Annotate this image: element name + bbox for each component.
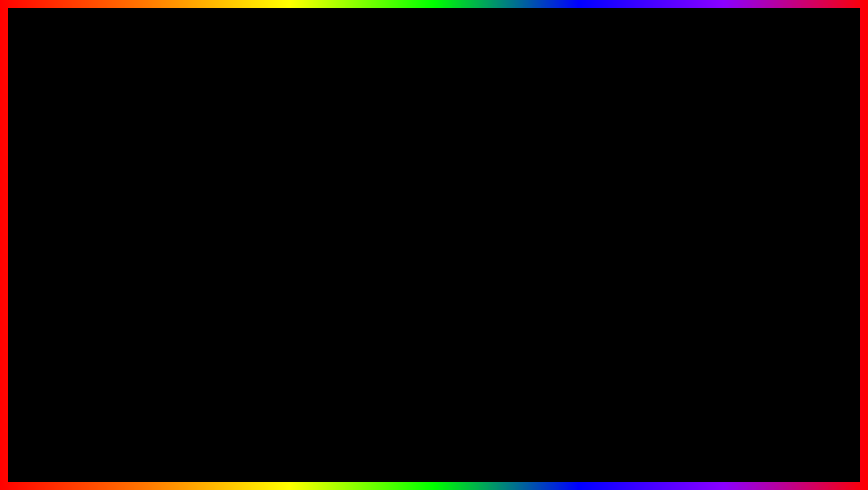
panel-inner: Sonic Speed Sim ▼ PRIME EVENT ▼ Scraps F… xyxy=(79,187,193,245)
bottom-all: ALL xyxy=(336,428,425,477)
panel-outer-scraps-checkbox[interactable] xyxy=(150,164,157,170)
panel-outer-row1: Scraps Farm xyxy=(68,162,157,171)
xp-bar: ★ 245 LEVEL 4,380,906,999 / 7B+ XP (58%)… xyxy=(171,269,477,304)
unlock-button[interactable]: UNLO... xyxy=(677,289,758,308)
xp-sub: 6,27.6 xyxy=(320,294,340,302)
level-badge: ★ 245 LEVEL xyxy=(171,269,204,304)
panel-inner-title-arrow[interactable]: ▼ xyxy=(183,192,188,198)
ring-value: 36,628,066,862 xyxy=(207,231,466,258)
bottom-pastebin: PASTEBIN xyxy=(566,434,734,470)
bottom-text-container: INFINITE ALL SCRIPT PASTEBIN xyxy=(0,428,868,477)
panel-outer-title-row: Sonic Speed Sim ▼ xyxy=(68,144,157,152)
character-panel: 🦊 UNLO... 🦔 xyxy=(675,128,823,317)
panel-outer-title: Sonic Speed Sim xyxy=(68,144,127,152)
panel-inner-inf-checkbox[interactable] xyxy=(182,220,188,227)
panel-inner-scraps-label: Scraps Farm xyxy=(84,210,117,217)
panel-outer-row2: Inf Exp xyxy=(68,171,157,181)
panel-inner-section-arrow[interactable]: ▼ xyxy=(182,201,188,208)
inf-ring-heading: INF RING & XP xyxy=(171,178,711,223)
panel-inner-btn[interactable]: YT: Tora IsMe xyxy=(84,230,132,240)
panel-outer-arrow[interactable]: ▼ xyxy=(151,145,157,151)
xp-bar-container: ★ 245 LEVEL 4,380,906,999 / 7B+ XP (58%)… xyxy=(171,269,477,304)
panel-inner-inf-label: Inf Exp & Ring xyxy=(84,220,121,227)
main-title-line1: SONIC SPEED xyxy=(0,13,868,91)
ring-bar: 36,628,066,862 xyxy=(171,225,477,263)
level-star: ★ xyxy=(182,274,194,287)
panel-outer-inf-label: Inf Exp xyxy=(68,173,86,179)
level-number: 245 xyxy=(180,287,195,296)
panel-inner-title: Sonic Speed Sim xyxy=(84,191,143,199)
bottom-script: SCRIPT xyxy=(434,434,557,470)
bottom-infinite: INFINITE xyxy=(134,428,327,477)
ring-bar-container: 36,628,066,862 xyxy=(171,225,477,263)
panel-outer-section: PRIME EVENT ▼ xyxy=(68,154,157,160)
panel-inner-title-row: Sonic Speed Sim ▼ xyxy=(84,191,188,199)
panel-outer-section-text: PRIME EVENT xyxy=(68,154,108,160)
panel-inner-section-text: PRIME EVENT xyxy=(84,201,124,208)
panel-inner-row1: Scraps Farm xyxy=(84,209,188,218)
panel-inner-scraps-checkbox[interactable] xyxy=(182,211,188,217)
panel-outer-scraps-label: Scraps Farm xyxy=(68,163,102,170)
xp-text: 4,380,906,999 / 7B+ XP (58%) xyxy=(283,281,418,292)
panel-outer-section-arrow[interactable]: ▼ xyxy=(151,154,157,160)
panel-inner-section: PRIME EVENT ▼ xyxy=(84,201,188,208)
level-label: LEVEL xyxy=(179,296,196,301)
panel-inner-row2: Inf Exp & Ring xyxy=(84,218,188,228)
